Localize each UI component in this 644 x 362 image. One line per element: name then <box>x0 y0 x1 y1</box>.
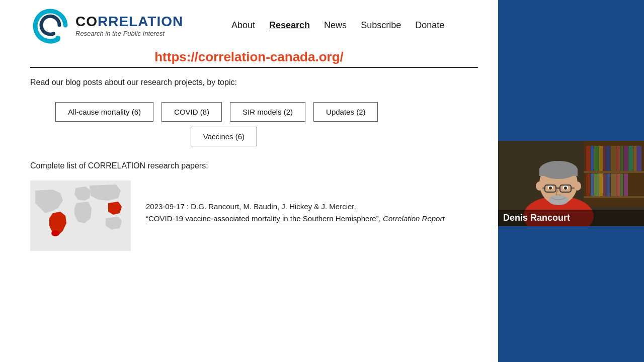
body-content: Read our blog posts about our research p… <box>0 68 498 362</box>
brand-name: CORRELATION <box>75 14 183 30</box>
svg-rect-12 <box>616 146 620 171</box>
nav-donate[interactable]: Donate <box>415 20 444 31</box>
svg-point-41 <box>549 187 552 190</box>
svg-rect-8 <box>599 146 603 171</box>
topic-buttons-row2: Vaccines (6) <box>30 127 468 146</box>
svg-point-42 <box>564 187 567 190</box>
svg-rect-9 <box>603 146 606 171</box>
world-map-svg <box>30 180 131 251</box>
url-bar: https://correlation-canada.org/ <box>0 45 498 67</box>
svg-rect-26 <box>616 173 620 196</box>
svg-point-45 <box>574 182 581 191</box>
topic-covid[interactable]: COVID (8) <box>162 102 222 122</box>
svg-rect-14 <box>624 146 628 171</box>
papers-intro-text: Complete list of CORRELATION research pa… <box>30 161 468 170</box>
svg-rect-17 <box>636 146 641 171</box>
paper-publication: Correlation Report <box>383 214 445 223</box>
topic-buttons-row1: All-cause mortality (6) COVID (8) SIR mo… <box>30 102 468 122</box>
svg-rect-11 <box>611 146 616 171</box>
topic-vaccines[interactable]: Vaccines (6) <box>191 127 257 146</box>
svg-point-0 <box>55 36 60 41</box>
topic-all-cause-mortality[interactable]: All-cause mortality (6) <box>55 102 153 122</box>
video-person-name: Denis Rancourt <box>503 213 570 223</box>
svg-rect-25 <box>611 173 616 196</box>
svg-rect-28 <box>624 173 628 196</box>
paper-title-link[interactable]: “COVID-19 vaccine-associated mortality i… <box>146 214 379 223</box>
paper-authors: : D.G. Rancourt, M. Baudin, J. Hickey & … <box>187 202 356 211</box>
nav-about[interactable]: About <box>231 20 255 31</box>
brand-subtitle: Research in the Public Interest <box>75 30 183 37</box>
topic-sir-models[interactable]: SIR models (2) <box>230 102 305 122</box>
paper-date: 2023-09-17 <box>146 202 185 211</box>
logo-area: CORRELATION Research in the Public Inter… <box>30 5 211 45</box>
svg-rect-33 <box>539 168 578 176</box>
svg-rect-19 <box>586 173 590 196</box>
svg-rect-23 <box>603 173 606 196</box>
video-container: Denis Rancourt <box>498 141 644 226</box>
svg-rect-18 <box>584 171 644 173</box>
svg-rect-21 <box>594 173 599 196</box>
svg-rect-13 <box>620 146 623 171</box>
svg-point-44 <box>536 182 543 191</box>
nav-research[interactable]: Research <box>269 20 310 31</box>
header: CORRELATION Research in the Public Inter… <box>0 0 498 45</box>
map-thumbnail <box>30 180 131 251</box>
paper-info: 2023-09-17 : D.G. Rancourt, M. Baudin, J… <box>146 180 468 225</box>
nav-subscribe[interactable]: Subscribe <box>361 20 401 31</box>
svg-rect-22 <box>599 173 603 196</box>
svg-rect-27 <box>620 173 623 196</box>
svg-rect-10 <box>606 146 610 171</box>
svg-rect-7 <box>594 146 599 171</box>
main-content: CORRELATION Research in the Public Inter… <box>0 0 498 362</box>
svg-rect-15 <box>628 146 633 171</box>
nav: About Research News Subscribe Donate <box>231 20 444 31</box>
svg-rect-5 <box>586 146 590 171</box>
svg-rect-24 <box>606 173 610 196</box>
video-name-overlay: Denis Rancourt <box>498 210 644 226</box>
svg-rect-20 <box>591 173 594 196</box>
nav-news[interactable]: News <box>324 20 347 31</box>
svg-point-2 <box>51 230 59 236</box>
logo-text: CORRELATION Research in the Public Inter… <box>75 14 183 37</box>
correlation-logo-icon <box>30 5 70 45</box>
topic-updates[interactable]: Updates (2) <box>313 102 378 122</box>
right-panel: Denis Rancourt <box>498 0 644 362</box>
svg-rect-29 <box>584 196 644 198</box>
svg-rect-6 <box>591 146 594 171</box>
svg-rect-16 <box>633 146 637 171</box>
url-text: https://correlation-canada.org/ <box>154 49 344 64</box>
blog-intro-text: Read our blog posts about our research p… <box>30 78 468 87</box>
paper-item: 2023-09-17 : D.G. Rancourt, M. Baudin, J… <box>30 180 468 251</box>
